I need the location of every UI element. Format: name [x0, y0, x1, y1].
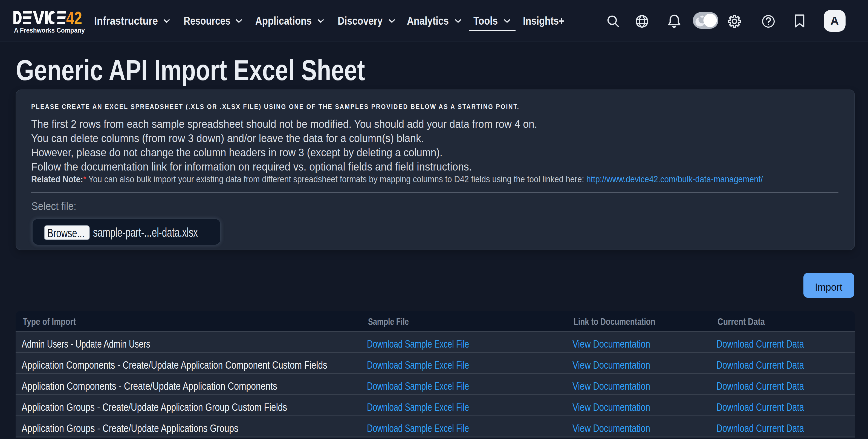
svg-text:42: 42	[66, 11, 82, 25]
